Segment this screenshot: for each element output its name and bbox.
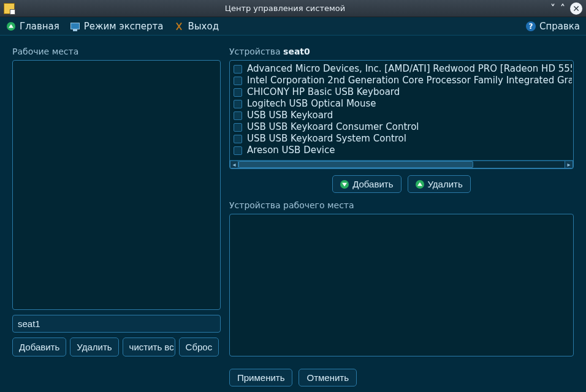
remove-device-button[interactable]: Удалить [408, 175, 471, 193]
device-label: Areson USB Device [247, 145, 335, 156]
add-seat-button[interactable]: Добавить [12, 337, 66, 356]
device-label: USB USB Keykoard Consumer Control [247, 121, 419, 133]
workplaces-label: Рабочие места [12, 47, 221, 56]
clear-all-button[interactable]: чистить вс [123, 337, 175, 356]
devices-label-seat: seat0 [283, 47, 310, 56]
toolbar-help-label: Справка [539, 21, 580, 32]
device-label: CHICONY HP Basic USB Keyboard [247, 86, 400, 98]
device-checkbox[interactable] [234, 135, 242, 143]
move-device-buttons: Добавить Удалить [229, 175, 574, 193]
apply-button[interactable]: Применить [229, 369, 293, 386]
device-label: Logitech USB Optical Mouse [247, 98, 376, 110]
help-icon: ? [526, 21, 536, 31]
window-title: Центр управления системой [20, 4, 550, 13]
device-label: USB USB Keykoard System Control [247, 133, 406, 145]
titlebar: Центр управления системой ˅ ˄ ✕ [0, 0, 586, 17]
ws-devices-label: Устройства рабочего места [229, 200, 574, 210]
available-devices-panel: Advanced Micro Devices, Inc. [AMD/ATI] R… [229, 60, 574, 169]
toolbar-exit-label: Выход [188, 21, 219, 32]
device-checkbox[interactable] [234, 88, 242, 97]
app-icon [4, 3, 15, 14]
device-row[interactable]: Logitech USB Optical Mouse [234, 98, 572, 110]
scroll-right-icon[interactable]: ▸ [565, 160, 573, 168]
footer: Применить Отменить [0, 363, 586, 392]
arrow-down-icon [340, 180, 349, 189]
toolbar-expert[interactable]: Режим эксперта [70, 21, 164, 32]
devices-label: Устройства seat0 [229, 47, 574, 56]
monitor-icon [70, 21, 80, 31]
device-checkbox[interactable] [234, 111, 242, 120]
device-row[interactable]: Advanced Micro Devices, Inc. [AMD/ATI] R… [234, 63, 572, 75]
close-icon[interactable]: ✕ [570, 2, 582, 15]
device-row[interactable]: USB USB Keykoard Consumer Control [234, 121, 572, 133]
device-label: Advanced Micro Devices, Inc. [AMD/ATI] R… [247, 63, 572, 75]
device-row[interactable]: Intel Corporation 2nd Generation Core Pr… [234, 75, 572, 86]
device-row[interactable]: CHICONY HP Basic USB Keyboard [234, 86, 572, 98]
device-row[interactable]: Areson USB Device [234, 145, 572, 156]
device-row[interactable]: USB USB Keykoard [234, 110, 572, 121]
toolbar-exit[interactable]: Выход [174, 21, 219, 32]
scroll-thumb[interactable] [238, 161, 473, 168]
toolbar-home-label: Главная [20, 21, 59, 32]
devices-column: Устройства seat0 Advanced Micro Devices,… [229, 47, 574, 356]
device-checkbox[interactable] [234, 65, 242, 74]
window-controls: ˅ ˄ ✕ [550, 2, 582, 15]
device-label: Intel Corporation 2nd Generation Core Pr… [247, 75, 572, 86]
workplace-buttons: Добавить Удалить чистить вс Сброс [12, 337, 221, 356]
cancel-button[interactable]: Отменить [299, 369, 357, 386]
exit-icon [174, 21, 184, 31]
arrow-up-icon [6, 21, 16, 31]
add-device-label: Добавить [352, 179, 393, 189]
toolbar-home[interactable]: Главная [6, 21, 59, 32]
device-checkbox[interactable] [234, 77, 242, 85]
device-row[interactable]: USB USB Keykoard System Control [234, 133, 572, 145]
workstation-devices-panel[interactable] [229, 214, 574, 356]
device-label: USB USB Keykoard [247, 110, 333, 121]
seat-name-input[interactable] [12, 315, 221, 333]
minimize-icon[interactable]: ˅ [550, 2, 555, 14]
maximize-icon[interactable]: ˄ [560, 2, 565, 14]
devices-hscroll: ◂ ▸ [230, 160, 573, 168]
arrow-up-icon [416, 180, 424, 189]
toolbar: Главная Режим эксперта Выход ? Справка [0, 17, 586, 36]
scroll-left-icon[interactable]: ◂ [230, 160, 238, 168]
remove-device-label: Удалить [428, 179, 463, 189]
devices-label-prefix: Устройства [229, 47, 283, 56]
device-checkbox[interactable] [234, 146, 242, 155]
workplaces-list[interactable] [12, 60, 221, 310]
delete-seat-button[interactable]: Удалить [70, 337, 118, 356]
device-checkbox[interactable] [234, 100, 242, 108]
reset-button[interactable]: Сброс [179, 337, 219, 356]
available-devices-list[interactable]: Advanced Micro Devices, Inc. [AMD/ATI] R… [230, 61, 573, 160]
toolbar-help[interactable]: ? Справка [526, 21, 580, 32]
scroll-track[interactable] [238, 160, 565, 168]
device-checkbox[interactable] [234, 123, 242, 132]
main-content: Рабочие места Добавить Удалить чистить в… [0, 36, 586, 363]
toolbar-expert-label: Режим эксперта [84, 21, 164, 32]
workplaces-column: Рабочие места Добавить Удалить чистить в… [12, 47, 221, 356]
add-device-button[interactable]: Добавить [332, 175, 401, 193]
